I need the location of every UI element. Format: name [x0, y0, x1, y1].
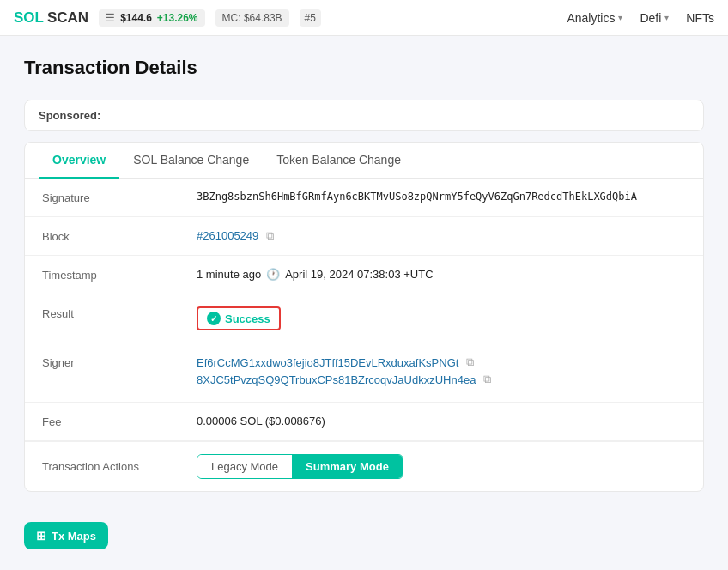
- signer1-row: Ef6rCcMG1xxdwo3fejio8JTff15DEvLRxduxafKs…: [197, 355, 686, 369]
- analytics-chevron-icon: ▾: [618, 13, 622, 22]
- fee-value: 0.00006 SOL ($0.008676): [197, 415, 686, 428]
- main-nav: Analytics ▾ Defi ▾ NFTs: [567, 11, 714, 25]
- signature-row: Signature 3BZng8sbznSh6HmBfGRmfAyn6cBKTM…: [25, 179, 703, 217]
- timestamp-row: Timestamp 1 minute ago 🕐 April 19, 2024 …: [25, 256, 703, 294]
- defi-chevron-icon: ▾: [664, 13, 669, 22]
- nav-analytics[interactable]: Analytics ▾: [567, 11, 622, 25]
- timestamp-relative: 1 minute ago: [197, 268, 261, 281]
- sponsored-bar: Sponsored:: [24, 100, 704, 131]
- main-card: Overview SOL Balance Change Token Balanc…: [24, 142, 704, 492]
- result-row: Result ✓ Success: [25, 294, 703, 343]
- tab-token-balance[interactable]: Token Balance Change: [263, 142, 415, 179]
- rank-badge: #5: [300, 9, 321, 27]
- transaction-actions-label: Transaction Actions: [42, 460, 179, 473]
- tabs-bar: Overview SOL Balance Change Token Balanc…: [25, 142, 703, 179]
- signer-label: Signer: [42, 355, 179, 369]
- signature-label: Signature: [42, 191, 179, 204]
- fee-row: Fee 0.00006 SOL ($0.008676): [25, 403, 703, 441]
- signer-row: Signer Ef6rCcMG1xxdwo3fejio8JTff15DEvLRx…: [25, 343, 703, 403]
- block-copy-icon[interactable]: ⧉: [266, 229, 274, 243]
- signer-value: Ef6rCcMG1xxdwo3fejio8JTff15DEvLRxduxafKs…: [197, 355, 686, 390]
- market-cap: MC: $64.83B: [215, 9, 289, 27]
- signer2-copy-icon[interactable]: ⧉: [483, 373, 491, 386]
- block-row: Block #261005249 ⧉: [25, 217, 703, 256]
- page-content: Transaction Details Sponsored: Overview …: [0, 36, 728, 512]
- price-badge: ☰ $144.6 +13.26%: [99, 9, 204, 27]
- summary-mode-button[interactable]: Summary Mode: [292, 455, 403, 478]
- signer2-link[interactable]: 8XJC5tPvzqSQ9QTrbuxCPs81BZrcoqvJaUdkxzUH…: [197, 373, 476, 386]
- signer1-copy-icon[interactable]: ⧉: [466, 355, 474, 369]
- tab-overview[interactable]: Overview: [39, 142, 119, 179]
- block-value: #261005249 ⧉: [197, 229, 686, 243]
- block-label: Block: [42, 229, 179, 243]
- site-header: SOLSCAN ☰ $144.6 +13.26% MC: $64.83B #5 …: [0, 0, 728, 36]
- header-left: SOLSCAN ☰ $144.6 +13.26% MC: $64.83B #5: [14, 9, 321, 27]
- menu-lines-icon: ☰: [106, 12, 115, 24]
- block-link[interactable]: #261005249: [197, 229, 258, 242]
- page-title: Transaction Details: [24, 57, 704, 79]
- nav-nfts[interactable]: NFTs: [686, 11, 714, 25]
- mode-buttons-group: Legacy Mode Summary Mode: [197, 454, 403, 479]
- success-check-icon: ✓: [207, 312, 221, 325]
- success-text: Success: [225, 312, 270, 325]
- nav-defi[interactable]: Defi ▾: [640, 11, 669, 25]
- details-table: Signature 3BZng8sbznSh6HmBfGRmfAyn6cBKTM…: [25, 179, 703, 491]
- result-value: ✓ Success: [197, 306, 686, 330]
- signature-value: 3BZng8sbznSh6HmBfGRmfAyn6cBKTMvUSo8zpQNr…: [197, 191, 686, 203]
- timestamp-absolute: April 19, 2024 07:38:03 +UTC: [285, 268, 433, 281]
- signer2-row: 8XJC5tPvzqSQ9QTrbuxCPs81BZrcoqvJaUdkxzUH…: [197, 373, 686, 386]
- fee-label: Fee: [42, 415, 179, 428]
- clock-icon: 🕐: [266, 268, 280, 281]
- signer1-link[interactable]: Ef6rCcMG1xxdwo3fejio8JTff15DEvLRxduxafKs…: [197, 356, 458, 369]
- sol-price: $144.6: [120, 12, 152, 24]
- mode-buttons: Legacy Mode Summary Mode: [197, 454, 403, 479]
- site-logo[interactable]: SOLSCAN: [14, 9, 88, 27]
- sponsored-label: Sponsored:: [39, 109, 100, 122]
- tab-sol-balance[interactable]: SOL Balance Change: [119, 142, 263, 179]
- timestamp-inner: 1 minute ago 🕐 April 19, 2024 07:38:03 +…: [197, 268, 686, 281]
- price-change: +13.26%: [157, 12, 198, 24]
- legacy-mode-button[interactable]: Legacy Mode: [197, 455, 292, 478]
- result-label: Result: [42, 306, 179, 320]
- timestamp-value: 1 minute ago 🕐 April 19, 2024 07:38:03 +…: [197, 268, 686, 281]
- success-badge: ✓ Success: [197, 306, 281, 330]
- timestamp-label: Timestamp: [42, 268, 179, 282]
- transaction-actions-row: Transaction Actions Legacy Mode Summary …: [25, 442, 703, 491]
